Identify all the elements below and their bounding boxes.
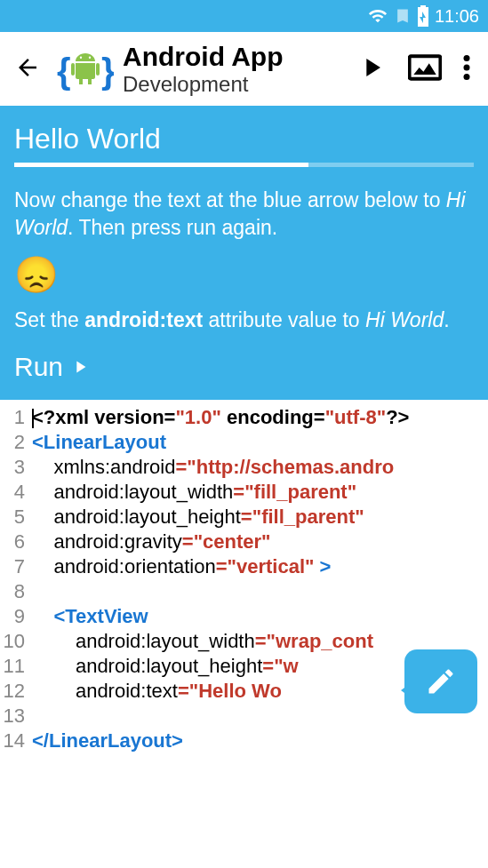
instruction-hint: Set the android:text attribute value to … [14,308,474,332]
code-line[interactable]: 7 android:orientation="vertical" > [0,554,488,579]
run-button[interactable]: Run [14,352,90,382]
play-button[interactable] [356,52,387,86]
sim-icon [394,6,412,26]
instruction-text: Now change the text at the blue arrow be… [14,187,474,242]
app-bar: { } Android App Development [0,32,488,107]
overflow-menu-button[interactable] [463,55,470,84]
pencil-icon [425,665,457,697]
lesson-title: Hello World [14,123,474,155]
instruction-panel: Hello World Now change the text at the b… [0,107,488,400]
app-title-line2: Development [123,72,348,97]
svg-point-3 [464,55,470,61]
back-button[interactable] [7,47,48,92]
app-logo: { } [57,41,114,98]
code-line[interactable]: 6 android:gravity="center" [0,530,488,554]
svg-rect-2 [410,56,441,78]
status-emoji: 😞 [14,254,474,296]
image-button[interactable] [408,54,442,84]
wifi-icon [367,6,388,26]
edit-fab[interactable] [394,646,483,735]
app-title-line1: Android App [123,42,348,72]
code-line[interactable]: 1<?xml version="1.0" encoding="utf-8"?> [0,405,488,430]
app-title: Android App Development [123,42,348,97]
code-line[interactable]: 4 android:layout_width="fill_parent" [0,480,488,505]
code-line[interactable]: 3 xmlns:android="http://schemas.andro [0,455,488,480]
status-time: 11:06 [435,6,479,27]
code-line[interactable]: 5 android:layout_height="fill_parent" [0,505,488,530]
code-line[interactable]: 2<LinearLayout [0,430,488,455]
svg-point-5 [464,74,470,80]
svg-text:{: { [57,52,71,91]
battery-charging-icon [417,5,429,27]
code-line[interactable]: 9 <TextView [0,604,488,629]
progress-bar [14,163,474,167]
svg-point-4 [464,64,470,70]
svg-text:}: } [101,52,114,91]
status-bar: 11:06 [0,0,488,32]
code-line[interactable]: 8 [0,579,488,604]
